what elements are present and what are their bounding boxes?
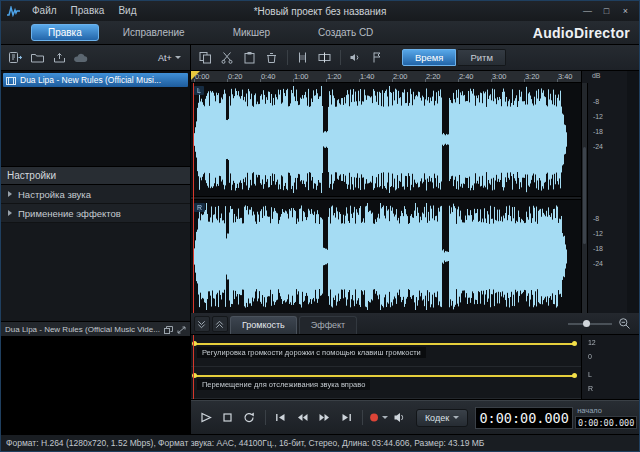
ruler-tick-label: 0:20 xyxy=(228,72,243,81)
maximize-button[interactable]: □ xyxy=(597,4,616,18)
media-item-label: Dua Lipa - New Rules (Official Musi... xyxy=(20,75,161,85)
envelope-scale-label: 0 xyxy=(588,353,592,360)
tab-create-cd[interactable]: Создать CD xyxy=(294,22,397,44)
track-right[interactable]: R xyxy=(191,200,581,313)
stop-button[interactable] xyxy=(218,408,238,428)
settings-item-label: Применение эффектов xyxy=(18,208,121,219)
loop-button[interactable] xyxy=(240,408,260,428)
delete-button[interactable] xyxy=(262,49,282,67)
media-library-list[interactable]: Dua Lipa - New Rules (Official Musi... xyxy=(1,71,190,167)
close-button[interactable]: × xyxy=(616,4,635,18)
menu-view[interactable]: Вид xyxy=(111,1,143,21)
settings-item-apply-effects[interactable]: Применение эффектов xyxy=(1,204,190,223)
chevron-down-icon xyxy=(453,416,459,419)
db-scale-label: -18 xyxy=(593,245,603,252)
selection-range: начало конец 0:00:00.000 0:00:00.000 xyxy=(575,406,640,429)
paste-button[interactable] xyxy=(240,49,260,67)
db-scale-label: -12 xyxy=(593,113,603,120)
ruler-tick-label: 1:20 xyxy=(327,72,342,81)
expand-panel-button[interactable] xyxy=(212,316,228,332)
db-scale-label: -12 xyxy=(593,230,603,237)
record-button[interactable] xyxy=(368,408,388,428)
playhead-line[interactable] xyxy=(193,83,194,313)
lane-tab-bar: Громкость Эффект xyxy=(191,313,640,335)
zoom-out-button[interactable] xyxy=(615,315,633,331)
collapse-panel-button[interactable] xyxy=(194,316,210,332)
step-forward-button[interactable] xyxy=(315,408,335,428)
app-brand: AudioDirector xyxy=(533,25,630,41)
video-preview[interactable] xyxy=(1,336,190,434)
menu-file[interactable]: Файл xyxy=(25,1,64,21)
text-size-button[interactable]: At+ xyxy=(153,53,186,63)
window-title: *Новый проект без названия xyxy=(254,6,387,17)
channel-label-left: L xyxy=(194,86,204,95)
chevron-down-icon xyxy=(175,56,181,59)
preview-title: Dua Lipa - New Rules (Official Music Vid… xyxy=(5,325,160,334)
settings-item-audio-setup[interactable]: Настройка звука xyxy=(1,185,190,204)
waveform-area[interactable]: 0:000:200:401:001:201:402:002:202:403:00… xyxy=(191,71,581,313)
playhead-line-envelope xyxy=(193,335,194,399)
timeline: 0:000:200:401:001:201:402:002:202:403:00… xyxy=(191,71,640,313)
tab-mixer[interactable]: Микшер xyxy=(209,22,294,44)
mode-tab-bar: Правка Исправление Микшер Создать CD Aud… xyxy=(1,21,639,45)
mute-region-button[interactable] xyxy=(346,49,366,67)
go-to-start-button[interactable] xyxy=(271,408,291,428)
tab-edit[interactable]: Правка xyxy=(31,24,99,41)
pan-envelope-line[interactable] xyxy=(193,375,576,377)
import-media-button[interactable] xyxy=(5,49,25,67)
ruler-tick-marks xyxy=(194,79,581,82)
db-scale-label: -8 xyxy=(593,215,599,222)
media-clip-icon xyxy=(6,71,16,89)
go-to-end-button[interactable] xyxy=(337,408,357,428)
edit-toolbar: Время Ритм xyxy=(191,45,640,71)
tab-restore[interactable]: Исправление xyxy=(99,22,209,44)
pan-envelope-row[interactable]: Перемещение для отслеживания звука вправ… xyxy=(191,367,581,399)
expand-arrow-icon xyxy=(8,210,12,216)
time-mode-button[interactable]: Время xyxy=(402,49,457,66)
channel-label-right: R xyxy=(194,203,205,212)
db-scale-label: -24 xyxy=(593,143,603,150)
split-button[interactable] xyxy=(315,49,335,67)
volume-envelope-row[interactable]: Регулировка громкости дорожки с помощью … xyxy=(191,335,581,367)
volume-envelope-line[interactable] xyxy=(193,343,576,345)
playhead-marker[interactable] xyxy=(191,71,200,80)
app-logo-icon xyxy=(5,4,21,18)
copy-button[interactable] xyxy=(196,49,216,67)
cut-button[interactable] xyxy=(218,49,238,67)
ruler-tick-label: 1:40 xyxy=(360,72,375,81)
preview-header: Dua Lipa - New Rules (Official Music Vid… xyxy=(1,321,190,336)
waveform-right[interactable] xyxy=(191,200,581,313)
play-button[interactable] xyxy=(196,408,216,428)
beat-mode-button[interactable]: Ритм xyxy=(458,49,506,66)
envelope-scale-label: 12 xyxy=(588,339,596,346)
tab-volume[interactable]: Громкость xyxy=(230,316,297,334)
envelope-scale-label: R xyxy=(588,385,593,392)
step-back-button[interactable] xyxy=(293,408,313,428)
cloud-button[interactable] xyxy=(71,49,91,67)
marker-button[interactable] xyxy=(368,49,388,67)
trim-button[interactable] xyxy=(293,49,313,67)
export-button[interactable] xyxy=(49,49,69,67)
status-bar: Формат: H.264 (1280x720, 1.52 Mbps), Фор… xyxy=(1,434,639,451)
codec-button[interactable]: Кодек xyxy=(416,409,468,427)
zoom-slider-knob[interactable] xyxy=(583,320,590,327)
ruler-tick-label: 3:20 xyxy=(525,72,540,81)
level-scale: dB -8-12-18-24 -8-12-18-24 xyxy=(581,71,627,313)
tab-effect[interactable]: Эффект xyxy=(299,316,357,334)
track-left[interactable]: L xyxy=(191,83,581,196)
toolbar-divider xyxy=(362,410,363,425)
zoom-slider[interactable] xyxy=(568,317,612,330)
import-folder-button[interactable] xyxy=(27,49,47,67)
playback-time-display: 0:00:00.000 xyxy=(475,407,573,429)
list-item-selected[interactable]: Dua Lipa - New Rules (Official Musi... xyxy=(3,73,188,87)
time-ruler[interactable]: 0:000:200:401:001:201:402:002:202:403:00… xyxy=(191,71,581,83)
waveform-left[interactable] xyxy=(191,83,581,196)
minimize-button[interactable]: — xyxy=(578,4,597,18)
volume-envelope-tooltip: Регулировка громкости дорожки с помощью … xyxy=(197,347,426,358)
start-time-field[interactable]: 0:00:00.000 xyxy=(575,416,637,429)
library-toolbar: At+ xyxy=(1,45,190,71)
output-volume-button[interactable] xyxy=(390,408,410,428)
envelope-lanes[interactable]: Регулировка громкости дорожки с помощью … xyxy=(191,335,581,399)
zoom-in-button[interactable] xyxy=(636,315,640,331)
menu-edit[interactable]: Правка xyxy=(64,1,112,21)
